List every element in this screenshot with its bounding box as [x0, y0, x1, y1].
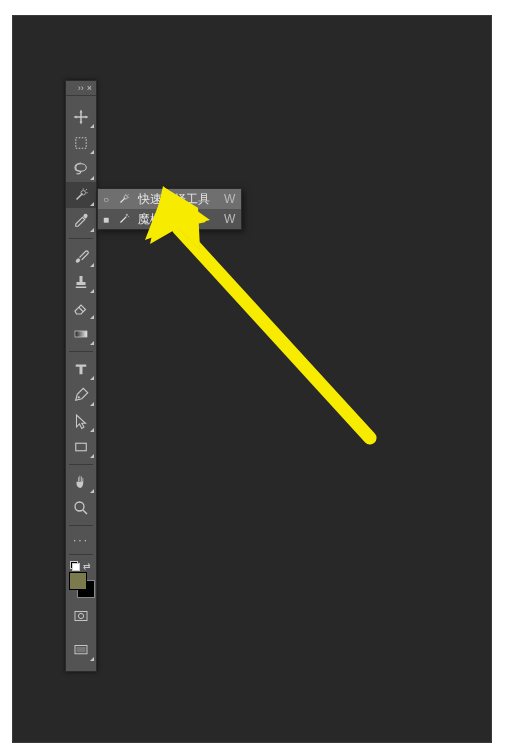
pen-icon: [72, 386, 90, 404]
tool-flyout-menu: ○ 快速选择工具 W ■ 魔棒工具 W: [97, 188, 242, 230]
flyout-bullet: ○: [102, 194, 110, 205]
eraser-icon: [72, 299, 90, 317]
hand-icon: [72, 473, 90, 491]
svg-point-11: [78, 613, 83, 618]
lasso-icon: [72, 160, 90, 178]
lasso-tool[interactable]: [66, 156, 96, 182]
color-swatch-group: ⇄: [66, 559, 96, 591]
eyedropper-icon: [72, 212, 90, 230]
screen-mode[interactable]: [66, 637, 96, 663]
eraser-tool[interactable]: [66, 295, 96, 321]
marquee-icon: [72, 134, 90, 152]
svg-rect-5: [76, 287, 87, 289]
stamp-tool[interactable]: [66, 269, 96, 295]
svg-rect-3: [80, 276, 83, 282]
flyout-bullet: ■: [102, 214, 110, 225]
app-frame: ›› ×: [12, 15, 492, 743]
flyout-item-quick-select[interactable]: ○ 快速选择工具 W: [98, 189, 241, 209]
quick-select-icon: [72, 186, 90, 204]
swap-colors-button[interactable]: ⇄: [82, 561, 92, 571]
shape-tool[interactable]: [66, 434, 96, 460]
hand-tool[interactable]: [66, 469, 96, 495]
gradient-tool[interactable]: [66, 321, 96, 347]
eyedropper-tool[interactable]: [66, 208, 96, 234]
svg-point-7: [78, 396, 80, 398]
dots-icon: ···: [73, 533, 89, 547]
marquee-tool[interactable]: [66, 130, 96, 156]
default-colors-button[interactable]: [70, 561, 80, 571]
svg-rect-13: [77, 647, 86, 652]
spacer: [66, 96, 96, 104]
svg-rect-6: [75, 331, 87, 337]
tool-separator: [69, 238, 93, 239]
quick-mask-icon: [72, 607, 90, 625]
move-icon: [72, 108, 90, 126]
brush-tool[interactable]: [66, 243, 96, 269]
type-tool[interactable]: [66, 356, 96, 382]
svg-rect-4: [77, 282, 86, 285]
svg-rect-0: [76, 138, 87, 149]
pen-tool[interactable]: [66, 382, 96, 408]
spacer: [66, 629, 96, 637]
magic-wand-icon: [116, 211, 132, 227]
gradient-icon: [72, 325, 90, 343]
svg-point-2: [81, 191, 86, 196]
zoom-icon: [72, 499, 90, 517]
stamp-icon: [72, 273, 90, 291]
flyout-shortcut: W: [224, 212, 235, 226]
foreground-color-swatch[interactable]: [69, 572, 87, 590]
panel-header: ›› ×: [66, 81, 96, 96]
spacer: [66, 663, 96, 671]
svg-point-9: [75, 502, 84, 511]
edit-toolbar-button[interactable]: ···: [66, 530, 96, 550]
cursor-icon: [72, 412, 90, 430]
type-icon: [72, 360, 90, 378]
quick-mask-mode[interactable]: [66, 603, 96, 629]
quick-select-icon: [116, 191, 132, 207]
tool-separator: [69, 464, 93, 465]
panel-close-button[interactable]: ×: [87, 84, 92, 93]
flyout-shortcut: W: [224, 192, 235, 206]
svg-point-1: [76, 164, 87, 172]
path-select-tool[interactable]: [66, 408, 96, 434]
rectangle-icon: [72, 438, 90, 456]
flyout-item-magic-wand[interactable]: ■ 魔棒工具 W: [98, 209, 241, 229]
flyout-label: 魔棒工具: [138, 211, 210, 228]
brush-icon: [72, 247, 90, 265]
panel-collapse-button[interactable]: ››: [78, 84, 84, 93]
tools-panel: ›› ×: [65, 80, 97, 672]
move-tool[interactable]: [66, 104, 96, 130]
tool-separator: [69, 525, 93, 526]
screen-mode-icon: [72, 641, 90, 659]
tool-separator: [69, 351, 93, 352]
flyout-label: 快速选择工具: [138, 191, 210, 208]
svg-point-14: [124, 196, 128, 200]
svg-rect-8: [76, 443, 87, 451]
quick-select-tool[interactable]: [66, 182, 96, 208]
svg-rect-10: [75, 612, 87, 621]
zoom-tool[interactable]: [66, 495, 96, 521]
tool-separator: [69, 554, 93, 555]
